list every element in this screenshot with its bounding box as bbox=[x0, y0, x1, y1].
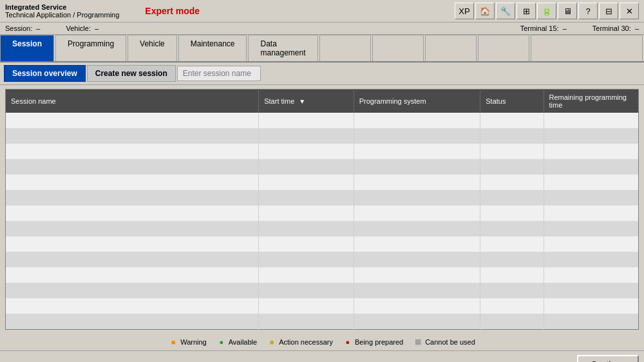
cell-remaining bbox=[544, 221, 638, 236]
legend-being-prepared: ● Being prepared bbox=[343, 338, 403, 347]
cell-session bbox=[6, 144, 259, 159]
info-bar: Session: – Vehicle: – Terminal 15: – Ter… bbox=[0, 23, 644, 35]
app-name: Integrated Service bbox=[5, 3, 119, 11]
cell-remaining bbox=[544, 205, 638, 221]
cell-status bbox=[480, 113, 544, 128]
cell-prog bbox=[354, 175, 480, 190]
nav-tabs: Session Programming Vehicle Maintenance … bbox=[0, 35, 644, 62]
legend-warning: ■ Warning bbox=[169, 338, 207, 347]
cell-start bbox=[259, 298, 354, 314]
cell-remaining bbox=[544, 267, 638, 283]
table-row[interactable] bbox=[6, 113, 639, 128]
legend-warning-label: Warning bbox=[180, 338, 207, 346]
cell-start bbox=[259, 221, 354, 236]
warning-icon: ■ bbox=[169, 338, 178, 347]
col-header-remaining-time: Remaining programming time bbox=[544, 90, 638, 113]
cell-remaining bbox=[544, 113, 638, 128]
tab-vehicle[interactable]: Vehicle bbox=[128, 35, 177, 61]
cell-start bbox=[259, 283, 354, 298]
table-row[interactable] bbox=[6, 175, 639, 190]
expert-mode-label: Expert mode bbox=[145, 6, 200, 16]
legend: ■ Warning ● Available ■ Action necessary… bbox=[0, 334, 644, 350]
cell-remaining bbox=[544, 128, 638, 144]
legend-cannot-be-used-label: Cannot be used bbox=[425, 338, 475, 346]
cell-start bbox=[259, 144, 354, 159]
table-row[interactable] bbox=[6, 144, 639, 159]
cell-status bbox=[480, 205, 544, 221]
tab-session[interactable]: Session bbox=[0, 35, 54, 61]
cell-session bbox=[6, 175, 259, 190]
cell-status bbox=[480, 236, 544, 252]
cell-remaining bbox=[544, 175, 638, 190]
tab-programming[interactable]: Programming bbox=[55, 35, 126, 61]
cell-start bbox=[259, 159, 354, 175]
continue-button[interactable]: Continue bbox=[577, 355, 639, 363]
col-header-programming-system: Programming system bbox=[354, 90, 480, 113]
vehicle-info: Vehicle: – bbox=[66, 24, 99, 32]
cell-prog bbox=[354, 298, 480, 314]
cell-session bbox=[6, 298, 259, 314]
cell-remaining bbox=[544, 236, 638, 252]
cell-start bbox=[259, 267, 354, 283]
footer: Continue bbox=[0, 350, 644, 363]
legend-available: ● Available bbox=[217, 338, 257, 347]
table-row[interactable] bbox=[6, 221, 639, 236]
table-row[interactable] bbox=[6, 298, 639, 314]
table-row[interactable] bbox=[6, 159, 639, 175]
session-info: Session: – bbox=[5, 24, 40, 32]
col-header-session-name: Session name bbox=[6, 90, 259, 113]
cell-start bbox=[259, 205, 354, 221]
cell-remaining bbox=[544, 314, 638, 329]
cell-prog bbox=[354, 144, 480, 159]
toolbar-home-button[interactable]: 🏠 bbox=[475, 3, 495, 19]
table-row[interactable] bbox=[6, 283, 639, 298]
toolbar-minimize-button[interactable]: ⊟ bbox=[599, 3, 618, 19]
cell-prog bbox=[354, 190, 480, 205]
toolbar-grid-button[interactable]: ⊞ bbox=[516, 3, 536, 19]
cell-prog bbox=[354, 159, 480, 175]
cell-status bbox=[480, 267, 544, 283]
cell-status bbox=[480, 252, 544, 267]
table-row[interactable] bbox=[6, 128, 639, 144]
cell-start bbox=[259, 236, 354, 252]
cell-remaining bbox=[544, 190, 638, 205]
create-new-session-button[interactable]: Create new session bbox=[87, 65, 176, 82]
session-overview-button[interactable]: Session overview bbox=[4, 65, 86, 82]
cell-status bbox=[480, 128, 544, 144]
toolbar-tools-button[interactable]: 🔧 bbox=[496, 3, 515, 19]
table-row[interactable] bbox=[6, 267, 639, 283]
table-row[interactable] bbox=[6, 236, 639, 252]
table-row[interactable] bbox=[6, 252, 639, 267]
tab-maintenance[interactable]: Maintenance bbox=[178, 35, 247, 61]
cell-remaining bbox=[544, 252, 638, 267]
cell-prog bbox=[354, 252, 480, 267]
app-title: Integrated Service Technical Application… bbox=[5, 3, 119, 19]
cell-start bbox=[259, 128, 354, 144]
table-row[interactable] bbox=[6, 190, 639, 205]
toolbar-close-button[interactable]: ✕ bbox=[620, 3, 639, 19]
cell-status bbox=[480, 175, 544, 190]
col-header-start-time[interactable]: Start time ▼ bbox=[259, 90, 354, 113]
toolbar-battery-button[interactable]: 🔋 bbox=[537, 3, 556, 19]
cell-prog bbox=[354, 221, 480, 236]
table-row[interactable] bbox=[6, 205, 639, 221]
legend-action-necessary-label: Action necessary bbox=[279, 338, 333, 346]
toolbar-help-button[interactable]: ? bbox=[578, 3, 598, 19]
tab-empty5 bbox=[531, 35, 643, 61]
toolbar-xp-button[interactable]: XP bbox=[455, 3, 474, 19]
table-row[interactable] bbox=[6, 314, 639, 329]
cell-status bbox=[480, 159, 544, 175]
sort-arrow-icon: ▼ bbox=[299, 98, 305, 105]
action-necessary-icon: ■ bbox=[267, 338, 276, 347]
cell-session bbox=[6, 159, 259, 175]
cell-session bbox=[6, 128, 259, 144]
tab-data-management[interactable]: Datamanagement bbox=[248, 35, 317, 61]
session-name-input[interactable] bbox=[177, 66, 261, 81]
cell-session bbox=[6, 267, 259, 283]
toolbar-screen-button[interactable]: 🖥 bbox=[558, 3, 577, 19]
cell-prog bbox=[354, 314, 480, 329]
col-header-status: Status bbox=[480, 90, 544, 113]
tab-empty2 bbox=[372, 35, 424, 61]
cell-session bbox=[6, 113, 259, 128]
cell-remaining bbox=[544, 283, 638, 298]
